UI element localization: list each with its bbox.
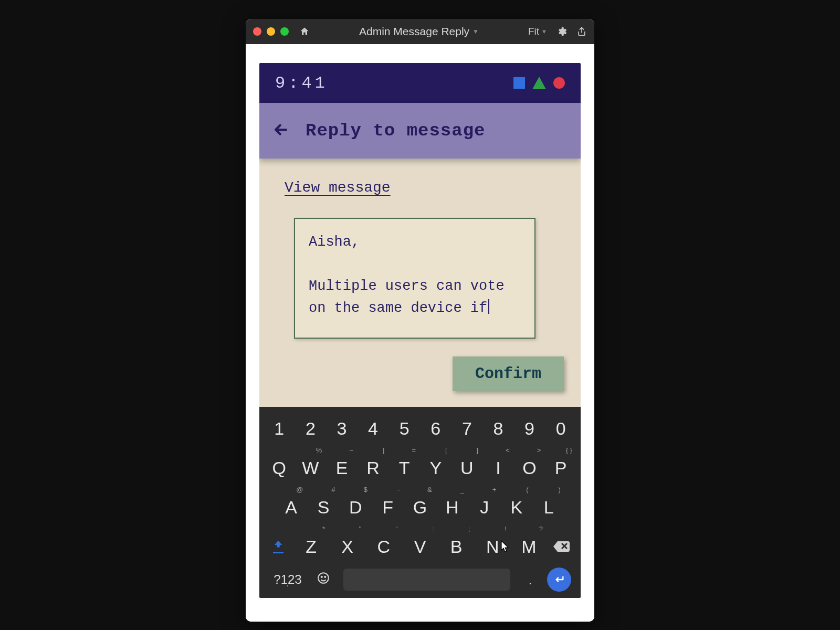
status-bar: 9:41: [259, 63, 581, 103]
key-w[interactable]: W%: [295, 454, 327, 481]
chevron-down-icon: ▼: [472, 28, 479, 35]
fullscreen-window-button[interactable]: [280, 27, 289, 36]
emoji-key[interactable]: [311, 571, 336, 589]
circle-status-icon: [553, 77, 565, 89]
square-status-icon: [513, 77, 525, 89]
key-z[interactable]: Z*: [293, 532, 329, 560]
svg-point-0: [318, 573, 329, 583]
keyboard-row-z: Z*X"C'V:B;N!M?: [264, 532, 576, 560]
text-cursor: [488, 299, 489, 314]
key-v[interactable]: V:: [402, 532, 438, 560]
home-icon[interactable]: [299, 26, 310, 37]
key-g[interactable]: G&: [404, 493, 436, 521]
period-key[interactable]: .: [518, 572, 543, 588]
reply-textarea[interactable]: Aisha, Multiple users can vote on the sa…: [294, 218, 536, 339]
on-screen-keyboard: 1234567890 QW%E~R|T=Y[U]I<O>P{ } A@S#D$F…: [259, 407, 581, 598]
key-u[interactable]: U]: [452, 454, 483, 481]
key-i[interactable]: I<: [482, 454, 514, 481]
gear-icon[interactable]: [556, 26, 567, 37]
keyboard-row-func: ?123 , .: [264, 562, 576, 598]
space-key[interactable]: [343, 569, 510, 591]
key-9[interactable]: 9: [514, 414, 545, 442]
key-8[interactable]: 8: [482, 414, 514, 442]
key-3[interactable]: 3: [326, 414, 358, 442]
key-q[interactable]: Q: [264, 454, 295, 481]
minimize-window-button[interactable]: [267, 27, 275, 36]
app-window: Admin Message Reply ▼ Fit ▼ 9:41: [246, 19, 594, 622]
titlebar: Admin Message Reply ▼ Fit ▼: [246, 19, 594, 44]
keyboard-row-numbers: 1234567890: [264, 414, 576, 442]
key-e[interactable]: E~: [326, 454, 358, 481]
shift-key[interactable]: [264, 539, 293, 553]
key-k[interactable]: K(: [500, 493, 532, 521]
window-title-text: Admin Message Reply: [359, 25, 469, 38]
svg-point-1: [321, 576, 322, 577]
status-time: 9:41: [275, 74, 328, 93]
key-1[interactable]: 1: [264, 414, 295, 442]
key-5[interactable]: 5: [388, 414, 420, 442]
comma-hint: ,: [287, 579, 289, 588]
key-o[interactable]: O>: [514, 454, 545, 481]
key-a[interactable]: A@: [275, 493, 307, 521]
canvas: 9:41 Reply to message View message Aisha…: [246, 44, 594, 622]
triangle-status-icon: [532, 77, 546, 89]
key-y[interactable]: Y[: [420, 454, 452, 481]
key-m[interactable]: M?: [511, 532, 547, 560]
backspace-key[interactable]: [547, 539, 576, 554]
chevron-down-icon: ▼: [541, 28, 547, 35]
key-f[interactable]: F-: [372, 493, 404, 521]
key-j[interactable]: J+: [468, 493, 500, 521]
share-icon[interactable]: [576, 26, 587, 37]
key-7[interactable]: 7: [452, 414, 483, 442]
key-0[interactable]: 0: [545, 414, 576, 442]
phone-frame: 9:41 Reply to message View message Aisha…: [259, 63, 581, 598]
close-window-button[interactable]: [253, 27, 261, 36]
status-icons: [513, 77, 565, 89]
symbols-key[interactable]: ?123 ,: [269, 572, 307, 587]
svg-point-2: [324, 576, 326, 577]
app-bar: Reply to message: [259, 103, 581, 159]
key-h[interactable]: H_: [436, 493, 468, 521]
key-4[interactable]: 4: [358, 414, 389, 442]
key-n[interactable]: N!: [475, 532, 511, 560]
key-x[interactable]: X": [329, 532, 365, 560]
key-l[interactable]: L): [533, 493, 565, 521]
page-title: Reply to message: [306, 121, 485, 141]
zoom-fit-button[interactable]: Fit ▼: [528, 26, 547, 37]
content-area: View message Aisha, Multiple users can v…: [259, 159, 581, 407]
key-b[interactable]: B;: [438, 532, 475, 560]
key-6[interactable]: 6: [420, 414, 452, 442]
key-2[interactable]: 2: [295, 414, 327, 442]
key-p[interactable]: P{ }: [545, 454, 576, 481]
window-title[interactable]: Admin Message Reply ▼: [315, 25, 523, 38]
key-d[interactable]: D$: [340, 493, 372, 521]
key-s[interactable]: S#: [307, 493, 339, 521]
reply-text: Aisha, Multiple users can vote on the sa…: [309, 234, 513, 316]
keyboard-row-q: QW%E~R|T=Y[U]I<O>P{ }: [264, 454, 576, 481]
key-r[interactable]: R|: [358, 454, 389, 481]
view-message-link[interactable]: View message: [285, 180, 391, 196]
traffic-lights: [253, 27, 289, 36]
zoom-fit-label: Fit: [528, 26, 539, 37]
enter-key[interactable]: [547, 568, 571, 592]
confirm-button[interactable]: Confirm: [453, 356, 564, 391]
keyboard-row-a: A@S#D$F-G&H_J+K(L): [264, 493, 576, 521]
key-t[interactable]: T=: [388, 454, 420, 481]
key-c[interactable]: C': [365, 532, 402, 560]
back-arrow-icon[interactable]: [272, 121, 290, 141]
